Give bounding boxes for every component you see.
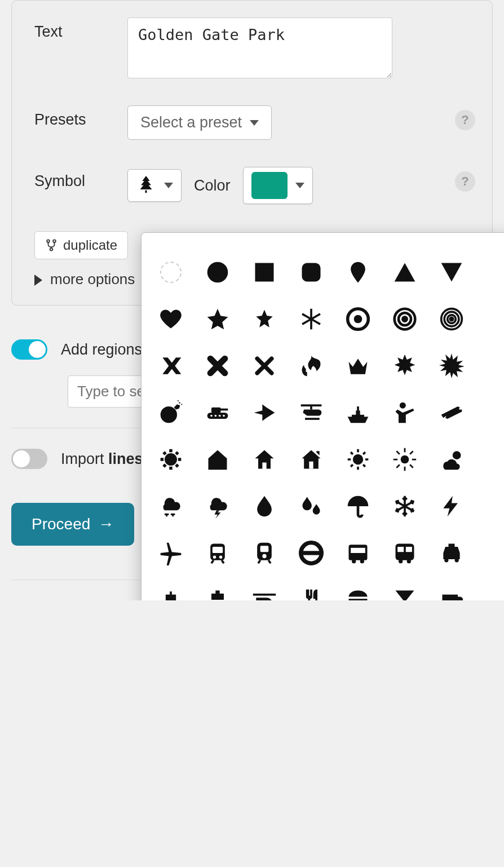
svg-rect-24 — [310, 406, 312, 410]
duplicate-button[interactable]: duplicate — [34, 231, 128, 259]
label-color: Color — [194, 177, 231, 194]
svg-point-22 — [223, 414, 225, 417]
svg-point-43 — [352, 559, 356, 563]
proceed-label: Proceed — [32, 515, 90, 533]
symbol-umbrella[interactable] — [334, 483, 381, 529]
symbol-snow[interactable] — [147, 483, 194, 529]
import-lines-toggle[interactable] — [11, 449, 47, 469]
proceed-button[interactable]: Proceed → — [11, 503, 134, 546]
symbol-ferry[interactable] — [194, 576, 241, 600]
symbol-square[interactable] — [241, 249, 288, 295]
svg-point-49 — [406, 559, 410, 563]
svg-point-21 — [218, 414, 220, 417]
symbol-burst[interactable] — [381, 342, 428, 389]
symbol-x-thin[interactable] — [241, 342, 288, 389]
symbol-spiral[interactable] — [428, 295, 475, 342]
preset-select[interactable]: Select a preset — [127, 105, 272, 140]
symbol-rifle[interactable] — [428, 389, 475, 436]
symbol-sun[interactable] — [334, 436, 381, 483]
svg-point-29 — [352, 454, 362, 464]
symbol-bomb[interactable] — [147, 389, 194, 436]
svg-point-44 — [360, 559, 364, 563]
symbol-cloud-sun[interactable] — [428, 436, 475, 483]
tree-icon — [136, 174, 156, 197]
symbol-boat[interactable] — [147, 576, 194, 600]
svg-point-48 — [399, 559, 403, 563]
symbol-circle[interactable] — [194, 249, 241, 295]
symbol-target[interactable] — [334, 295, 381, 342]
symbol-none[interactable] — [147, 249, 194, 295]
symbol-fire[interactable] — [288, 342, 334, 389]
symbol-triangle-up[interactable] — [381, 249, 428, 295]
symbol-plane[interactable] — [147, 529, 194, 576]
import-lines-label: Import lines — [61, 450, 143, 468]
symbol-asterisk[interactable] — [288, 295, 334, 342]
svg-point-14 — [450, 317, 453, 321]
symbol-utensils[interactable] — [288, 576, 334, 600]
symbol-rounded-square[interactable] — [288, 249, 334, 295]
help-icon[interactable]: ? — [455, 171, 475, 192]
svg-rect-46 — [397, 547, 404, 552]
symbol-taxi[interactable] — [428, 529, 475, 576]
symbol-storm[interactable] — [194, 483, 241, 529]
svg-point-27 — [165, 453, 177, 466]
symbol-star-alt[interactable] — [241, 295, 288, 342]
form-row-presets: Presets Select a preset ? — [34, 105, 470, 140]
symbol-heli-side[interactable] — [241, 576, 288, 600]
symbol-drops[interactable] — [288, 483, 334, 529]
form-row-text: Text — [34, 17, 470, 78]
svg-point-38 — [262, 554, 266, 558]
symbol-house[interactable] — [194, 436, 241, 483]
svg-point-34 — [213, 555, 216, 559]
symbol-tube[interactable] — [288, 529, 334, 576]
symbol-crown[interactable] — [334, 342, 381, 389]
symbol-bus[interactable] — [334, 529, 381, 576]
svg-rect-23 — [300, 404, 321, 406]
chevron-down-icon — [295, 183, 304, 188]
symbol-snowflake[interactable] — [381, 483, 428, 529]
symbol-x-bold[interactable] — [147, 342, 194, 389]
symbol-burger[interactable] — [334, 576, 381, 600]
symbol-burst-alt[interactable] — [428, 342, 475, 389]
symbol-triangle-down[interactable] — [428, 249, 475, 295]
symbol-train[interactable] — [241, 529, 288, 576]
help-icon[interactable]: ? — [455, 110, 475, 130]
symbol-pin[interactable] — [334, 249, 381, 295]
svg-rect-5 — [302, 263, 320, 281]
symbol-heart[interactable] — [147, 295, 194, 342]
symbol-bullseye[interactable] — [381, 295, 428, 342]
symbol-select[interactable] — [127, 169, 182, 202]
svg-point-19 — [210, 414, 213, 417]
symbol-x[interactable] — [194, 342, 241, 389]
symbol-soldier[interactable] — [381, 389, 428, 436]
symbol-bolt[interactable] — [428, 483, 475, 529]
svg-rect-37 — [260, 546, 268, 552]
svg-point-52 — [454, 558, 458, 562]
symbol-home[interactable] — [241, 436, 288, 483]
symbol-jet[interactable] — [241, 389, 288, 436]
duplicate-label: duplicate — [63, 237, 117, 253]
color-select[interactable] — [243, 167, 313, 204]
more-options-label: more options — [50, 271, 135, 287]
symbol-bus-alt[interactable] — [381, 529, 428, 576]
svg-rect-28 — [309, 461, 313, 468]
symbol-sun-alt[interactable] — [381, 436, 428, 483]
symbol-helicopter[interactable] — [288, 389, 334, 436]
symbol-tank[interactable] — [194, 389, 241, 436]
svg-point-30 — [400, 455, 409, 463]
symbol-cocktail[interactable] — [381, 576, 428, 600]
symbol-chimney-house[interactable] — [288, 436, 334, 483]
symbol-ship-mil[interactable] — [334, 389, 381, 436]
symbol-star[interactable] — [194, 295, 241, 342]
svg-rect-42 — [351, 547, 365, 552]
svg-point-20 — [214, 414, 216, 417]
symbol-subway[interactable] — [194, 529, 241, 576]
add-regions-toggle[interactable] — [11, 339, 47, 360]
symbol-virus[interactable] — [147, 436, 194, 483]
chevron-down-icon — [164, 183, 173, 188]
chevron-down-icon — [250, 120, 259, 126]
symbol-coffee[interactable] — [428, 576, 475, 600]
svg-point-15 — [160, 406, 176, 423]
text-input[interactable] — [127, 17, 392, 78]
symbol-drop[interactable] — [241, 483, 288, 529]
